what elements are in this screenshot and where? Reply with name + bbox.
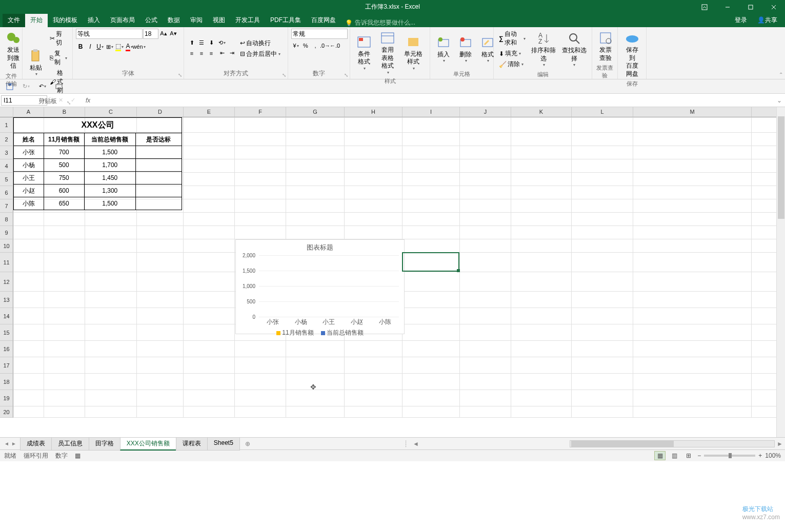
zoom-level[interactable]: 100% [765,452,781,459]
close-button[interactable] [762,0,785,14]
cut-button[interactable]: ✂剪切 [48,29,69,48]
font-launcher[interactable]: ⤡ [178,72,182,78]
sheet-tab[interactable]: XXX公司销售额 [120,437,176,451]
maximize-button[interactable] [739,0,762,14]
row-header-13[interactable]: 13 [0,292,13,308]
align-right-button[interactable]: ≡ [207,49,216,58]
col-header-H[interactable]: H [345,107,402,117]
share-button[interactable]: 👤共享 [752,13,782,27]
vscroll-thumb[interactable] [778,116,784,219]
decrease-indent-button[interactable]: ⇤ [217,49,227,58]
row-header-20[interactable]: 20 [0,406,13,418]
minimize-button[interactable] [716,0,739,14]
expand-formula-bar-button[interactable]: ⌄ [774,97,785,104]
tab-insert[interactable]: 插入 [83,13,105,27]
tell-me-search[interactable]: 💡 告诉我您想要做什么... [345,18,415,27]
baidu-save-button[interactable]: 保存到 百度网盘 [621,29,643,79]
redo-button[interactable]: ↻▾ [21,81,32,92]
col-header-D[interactable]: D [137,107,184,117]
col-header-C[interactable]: C [85,107,137,117]
font-size-select[interactable] [143,29,158,39]
embedded-chart[interactable]: 图表标题 05001,0001,5002,000 小张小杨小王小赵小陈 11月销… [235,239,405,334]
align-bottom-button[interactable]: ⬇ [207,38,216,48]
row-header-8[interactable]: 8 [0,213,13,226]
row-header-4[interactable]: 4 [0,159,13,173]
increase-decimal-button[interactable]: .0→ [320,41,330,50]
tab-page-layout[interactable]: 页面布局 [105,13,140,27]
sheet-tab[interactable]: 员工信息 [51,437,89,451]
hscroll-right[interactable]: ► [775,440,785,447]
fx-label[interactable]: fx [86,97,90,104]
tab-nav-prev[interactable]: ◄ [4,441,9,446]
ribbon-display-button[interactable] [693,0,716,14]
hscroll-left[interactable]: ◄ [411,440,421,447]
spreadsheet-grid[interactable]: ABCDEFGHIJKLMN 1234567891011121314151617… [0,107,785,437]
row-header-1[interactable]: 1 [0,117,13,133]
collapse-ribbon-button[interactable]: ⌃ [779,72,783,77]
row-header-12[interactable]: 12 [0,272,13,292]
column-headers[interactable]: ABCDEFGHIJKLMN [13,107,785,117]
login-button[interactable]: 登录 [730,13,752,27]
row-header-9[interactable]: 9 [0,226,13,239]
row-header-10[interactable]: 10 [0,239,13,253]
macro-record-button[interactable]: ▦ [75,452,80,459]
tab-developer[interactable]: 开发工具 [230,13,265,27]
align-top-button[interactable]: ⬆ [187,38,196,48]
insert-cells-button[interactable]: 插入▾ [433,33,454,65]
tab-pdf-tools[interactable]: PDF工具集 [265,13,306,27]
col-header-G[interactable]: G [286,107,345,117]
row-header-3[interactable]: 3 [0,146,13,159]
tab-formulas[interactable]: 公式 [140,13,163,27]
invoice-button[interactable]: 发票 查验 [595,29,616,63]
hscroll-thumb[interactable] [571,441,674,447]
zoom-out-button[interactable]: − [697,452,701,459]
row-header-2[interactable]: 2 [0,133,13,146]
bold-button[interactable]: B [76,42,85,51]
tab-file[interactable]: 文件 [3,13,25,27]
tab-templates[interactable]: 我的模板 [48,13,83,27]
font-name-select[interactable] [76,29,143,39]
number-format-select[interactable] [291,29,348,39]
align-launcher[interactable]: ⤡ [282,72,286,78]
increase-indent-button[interactable]: ⇥ [227,49,236,58]
formula-input[interactable] [90,96,774,105]
send-wechat-button[interactable]: 发送 到微信 [3,29,24,71]
sheet-tab[interactable]: Sheet5 [207,437,240,451]
conditional-format-button[interactable]: 条件格式▾ [353,33,375,73]
increase-font-button[interactable]: A▴ [159,29,168,38]
tab-review[interactable]: 审阅 [185,13,208,27]
row-header-5[interactable]: 5 [0,173,13,186]
merge-center-button[interactable]: ⊟合并后居中▾ [238,49,283,59]
accounting-format-button[interactable]: ¥▾ [291,41,300,50]
cancel-formula-button[interactable]: ✕ [56,96,65,105]
row-header-19[interactable]: 19 [0,390,13,406]
normal-view-button[interactable]: ▦ [654,451,666,460]
format-painter-button[interactable]: 🖌格式刷 [48,68,69,96]
col-header-F[interactable]: F [235,107,286,117]
col-header-M[interactable]: M [633,107,752,117]
col-header-A[interactable]: A [13,107,44,117]
delete-cells-button[interactable]: 删除▾ [455,33,476,65]
cell-styles-button[interactable]: 单元格样式▾ [400,33,427,73]
zoom-in-button[interactable]: + [758,452,762,459]
comma-format-button[interactable]: , [311,41,320,50]
col-header-E[interactable]: E [184,107,235,117]
vertical-scrollbar[interactable] [776,107,785,437]
border-button[interactable]: ⊞▾ [105,42,114,51]
page-layout-view-button[interactable]: ▥ [669,451,680,460]
fill-button[interactable]: ⬇填充▾ [497,48,528,59]
tab-baidu[interactable]: 百度网盘 [306,13,341,27]
sheet-tab[interactable]: 课程表 [176,437,208,451]
align-center-button[interactable]: ≡ [197,49,206,58]
phonetic-button[interactable]: wén▾ [134,42,144,51]
paste-button[interactable]: 粘贴▾ [26,47,46,78]
row-header-14[interactable]: 14 [0,308,13,324]
autosum-button[interactable]: ∑自动求和▾ [497,29,528,48]
orientation-button[interactable]: ⟲▾ [217,38,227,48]
clear-button[interactable]: 🧹清除▾ [497,59,528,70]
copy-button[interactable]: ⎘复制▾ [48,48,69,68]
percent-format-button[interactable]: % [301,41,310,50]
zoom-slider[interactable] [704,455,755,457]
number-launcher[interactable]: ⤡ [344,72,348,78]
enter-formula-button[interactable]: ✓ [68,96,77,105]
